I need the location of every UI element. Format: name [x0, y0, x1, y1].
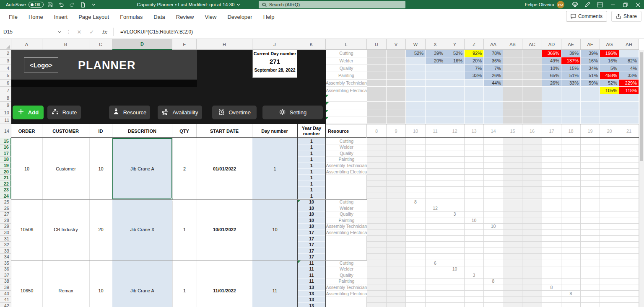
- grid-cell[interactable]: [426, 163, 445, 169]
- grid-cell[interactable]: [561, 181, 581, 187]
- capacity-cell-Y[interactable]: [445, 102, 465, 109]
- grid-cell[interactable]: [522, 199, 542, 206]
- grid-cell[interactable]: [581, 199, 600, 206]
- grid-cell[interactable]: [600, 150, 619, 157]
- grid-cell[interactable]: [542, 242, 561, 248]
- start-date-cell[interactable]: 11/01/2022: [197, 260, 252, 307]
- grid-cell[interactable]: [619, 254, 639, 260]
- grid-cell[interactable]: [406, 291, 426, 297]
- grid-cell[interactable]: [406, 272, 426, 279]
- grid-cell[interactable]: [465, 181, 484, 187]
- grid-cell[interactable]: [522, 205, 542, 212]
- grid-cell[interactable]: [522, 175, 542, 181]
- grid-cell[interactable]: [367, 254, 387, 260]
- grid-cell[interactable]: [522, 291, 542, 297]
- grid-cell[interactable]: [445, 242, 465, 248]
- grid-cell[interactable]: [406, 187, 426, 193]
- row-header-21[interactable]: 21: [0, 175, 11, 181]
- day-column-header-14[interactable]: 14: [484, 124, 503, 138]
- capacity-cell-AF[interactable]: [581, 102, 600, 109]
- grid-cell[interactable]: [484, 181, 503, 187]
- workload-cell[interactable]: 8: [561, 291, 581, 297]
- grid-cell[interactable]: [600, 224, 619, 230]
- dashboard-button-availability[interactable]: Availability: [158, 106, 202, 119]
- grid-cell[interactable]: [600, 254, 619, 260]
- description-cell[interactable]: Jib Crane A: [112, 138, 172, 199]
- grid-cell[interactable]: [561, 242, 581, 248]
- capacity-cell-AB[interactable]: [503, 50, 522, 57]
- capacity-cell-AB[interactable]: [503, 94, 522, 102]
- grid-cell[interactable]: [600, 144, 619, 151]
- grid-cell[interactable]: [581, 303, 600, 307]
- grid-cell[interactable]: [522, 193, 542, 199]
- formula-input[interactable]: =VLOOKUP(C15;Route!A:B;2;0): [116, 29, 193, 35]
- grid-cell[interactable]: [484, 175, 503, 181]
- grid-cell[interactable]: [484, 193, 503, 199]
- grid-cell[interactable]: [387, 163, 406, 169]
- capacity-cell-Y[interactable]: 16%: [445, 57, 465, 65]
- grid-cell[interactable]: [581, 224, 600, 230]
- grid-cell[interactable]: [561, 217, 581, 224]
- grid-cell[interactable]: [465, 212, 484, 218]
- capacity-cell-AC[interactable]: [522, 102, 542, 109]
- grid-cell[interactable]: [445, 175, 465, 181]
- grid-cell[interactable]: [367, 297, 387, 303]
- capacity-cell-AG[interactable]: 5%: [600, 64, 619, 72]
- capacity-cell-Z[interactable]: 20%: [465, 57, 484, 65]
- resource-cell[interactable]: Assembly Technician: [326, 163, 367, 169]
- grid-cell[interactable]: [522, 260, 542, 266]
- row-header-3[interactable]: 3: [0, 57, 11, 65]
- grid-cell[interactable]: [503, 297, 522, 303]
- grid-cell[interactable]: [465, 303, 484, 307]
- grid-cell[interactable]: [542, 254, 561, 260]
- ribbon-layout-icon[interactable]: [594, 0, 606, 9]
- grid-cell[interactable]: [367, 236, 387, 242]
- capacity-cell-AB[interactable]: [503, 64, 522, 72]
- row-header-42[interactable]: 42: [0, 303, 11, 307]
- grid-cell[interactable]: [387, 187, 406, 193]
- grid-cell[interactable]: [561, 150, 581, 157]
- year-day-cell[interactable]: 13: [298, 303, 325, 307]
- grid-cell[interactable]: [387, 272, 406, 279]
- grid-cell[interactable]: [522, 242, 542, 248]
- workload-cell[interactable]: 6: [426, 260, 445, 266]
- grid-cell[interactable]: [503, 303, 522, 307]
- grid-cell[interactable]: [619, 224, 639, 230]
- capacity-cell-AB[interactable]: [503, 80, 522, 87]
- grid-cell[interactable]: [503, 205, 522, 212]
- grid-cell[interactable]: [465, 297, 484, 303]
- row-header-25[interactable]: 25: [0, 199, 11, 206]
- grid-cell[interactable]: [445, 303, 465, 307]
- grid-cell[interactable]: [387, 205, 406, 212]
- grid-cell[interactable]: [367, 144, 387, 151]
- grid-cell[interactable]: [600, 175, 619, 181]
- capacity-cell-AG[interactable]: [600, 94, 619, 102]
- year-day-cell[interactable]: 11: [298, 279, 325, 285]
- grid-cell[interactable]: [445, 169, 465, 175]
- formula-bar-grip[interactable]: ⋮: [66, 29, 71, 35]
- grid-cell[interactable]: [600, 297, 619, 303]
- capacity-cell-AA[interactable]: [484, 116, 503, 124]
- day-number-cell[interactable]: 1: [252, 138, 297, 199]
- grid-cell[interactable]: [542, 303, 561, 307]
- capacity-cell-V[interactable]: [387, 102, 406, 109]
- table-header-order[interactable]: ORDER: [11, 124, 42, 138]
- column-header-B[interactable]: B: [42, 39, 89, 50]
- capacity-cell-W[interactable]: [406, 64, 426, 72]
- grid-cell[interactable]: [542, 169, 561, 175]
- capacity-cell-AC[interactable]: [522, 57, 542, 65]
- qty-cell[interactable]: 2: [172, 138, 197, 199]
- grid-cell[interactable]: [561, 230, 581, 236]
- capacity-cell-AD[interactable]: [542, 116, 561, 124]
- grid-cell[interactable]: [406, 242, 426, 248]
- grid-cell[interactable]: [367, 291, 387, 297]
- capacity-cell-AC[interactable]: [522, 94, 542, 102]
- grid-cell[interactable]: [561, 205, 581, 212]
- column-header-J[interactable]: J: [252, 39, 297, 50]
- year-day-cell[interactable]: 17: [298, 242, 325, 248]
- grid-cell[interactable]: [387, 212, 406, 218]
- select-all-corner[interactable]: [0, 39, 11, 50]
- row-header-22[interactable]: 22: [0, 181, 11, 187]
- start-date-cell[interactable]: 01/01/2022: [197, 138, 252, 199]
- workload-cell[interactable]: 10: [445, 266, 465, 273]
